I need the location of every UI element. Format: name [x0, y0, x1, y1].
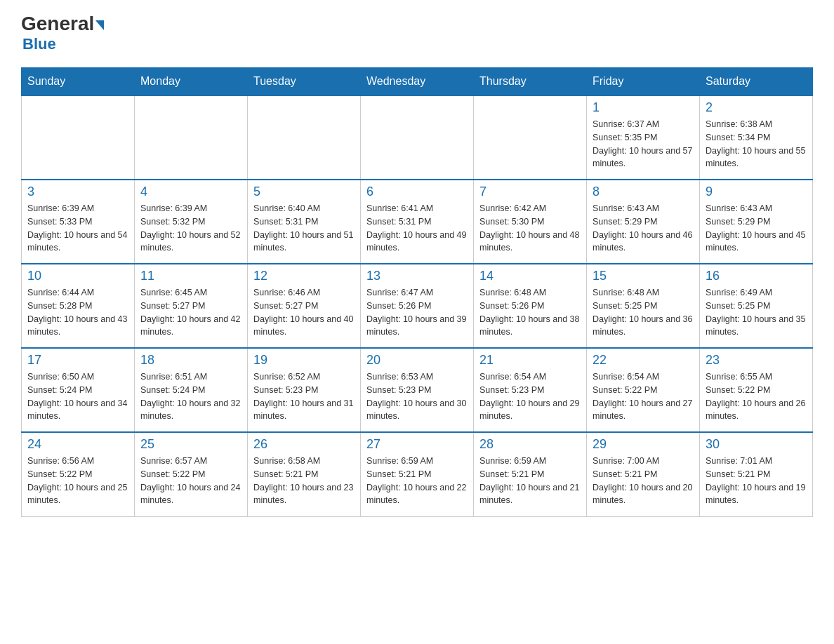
- day-number: 16: [706, 269, 807, 283]
- calendar-cell: 7Sunrise: 6:42 AM Sunset: 5:30 PM Daylig…: [474, 180, 587, 264]
- header: General Blue: [21, 14, 813, 53]
- calendar-cell: [135, 95, 248, 180]
- day-info: Sunrise: 6:54 AM Sunset: 5:23 PM Dayligh…: [479, 370, 581, 423]
- day-number: 17: [27, 353, 128, 368]
- day-number: 24: [27, 437, 128, 452]
- day-info: Sunrise: 6:49 AM Sunset: 5:25 PM Dayligh…: [706, 286, 807, 339]
- calendar-cell: 13Sunrise: 6:47 AM Sunset: 5:26 PM Dayli…: [361, 264, 474, 348]
- day-number: 11: [140, 269, 241, 283]
- day-info: Sunrise: 6:52 AM Sunset: 5:23 PM Dayligh…: [253, 370, 355, 423]
- week-row-4: 17Sunrise: 6:50 AM Sunset: 5:24 PM Dayli…: [22, 348, 813, 432]
- day-info: Sunrise: 6:47 AM Sunset: 5:26 PM Dayligh…: [366, 286, 468, 339]
- day-info: Sunrise: 6:59 AM Sunset: 5:21 PM Dayligh…: [479, 455, 581, 507]
- calendar-cell: 30Sunrise: 7:01 AM Sunset: 5:21 PM Dayli…: [700, 432, 813, 516]
- calendar-cell: [474, 95, 587, 180]
- calendar-cell: 24Sunrise: 6:56 AM Sunset: 5:22 PM Dayli…: [22, 432, 135, 516]
- day-info: Sunrise: 6:42 AM Sunset: 5:30 PM Dayligh…: [479, 202, 581, 255]
- day-number: 4: [140, 185, 241, 199]
- logo: General Blue: [21, 14, 104, 53]
- day-info: Sunrise: 6:43 AM Sunset: 5:29 PM Dayligh…: [706, 202, 807, 255]
- day-number: 8: [593, 185, 694, 199]
- calendar-cell: 8Sunrise: 6:43 AM Sunset: 5:29 PM Daylig…: [587, 180, 700, 264]
- day-number: 30: [706, 437, 807, 452]
- day-number: 27: [366, 437, 468, 452]
- day-info: Sunrise: 6:48 AM Sunset: 5:25 PM Dayligh…: [593, 286, 694, 339]
- calendar-cell: 18Sunrise: 6:51 AM Sunset: 5:24 PM Dayli…: [135, 348, 248, 432]
- day-number: 6: [366, 185, 468, 199]
- calendar-cell: [361, 95, 474, 180]
- day-number: 15: [593, 269, 694, 283]
- day-info: Sunrise: 6:59 AM Sunset: 5:21 PM Dayligh…: [366, 455, 468, 507]
- calendar-cell: 6Sunrise: 6:41 AM Sunset: 5:31 PM Daylig…: [361, 180, 474, 264]
- day-number: 19: [253, 353, 355, 368]
- day-info: Sunrise: 6:55 AM Sunset: 5:22 PM Dayligh…: [706, 370, 807, 423]
- logo-general: General: [21, 14, 104, 34]
- logo-triangle-icon: [95, 20, 104, 30]
- weekday-header-sunday: Sunday: [22, 68, 135, 96]
- calendar-cell: [248, 95, 361, 180]
- day-info: Sunrise: 7:00 AM Sunset: 5:21 PM Dayligh…: [593, 455, 694, 507]
- calendar-cell: 11Sunrise: 6:45 AM Sunset: 5:27 PM Dayli…: [135, 264, 248, 348]
- day-number: 7: [479, 185, 581, 199]
- calendar-cell: 10Sunrise: 6:44 AM Sunset: 5:28 PM Dayli…: [22, 264, 135, 348]
- weekday-header-row: SundayMondayTuesdayWednesdayThursdayFrid…: [22, 68, 813, 96]
- calendar: SundayMondayTuesdayWednesdayThursdayFrid…: [21, 67, 813, 517]
- calendar-cell: 26Sunrise: 6:58 AM Sunset: 5:21 PM Dayli…: [248, 432, 361, 516]
- day-info: Sunrise: 6:57 AM Sunset: 5:22 PM Dayligh…: [140, 455, 241, 507]
- weekday-header-friday: Friday: [587, 68, 700, 96]
- day-number: 10: [27, 269, 128, 283]
- day-number: 21: [479, 353, 581, 368]
- day-number: 29: [593, 437, 694, 452]
- week-row-5: 24Sunrise: 6:56 AM Sunset: 5:22 PM Dayli…: [22, 432, 813, 516]
- calendar-cell: 16Sunrise: 6:49 AM Sunset: 5:25 PM Dayli…: [700, 264, 813, 348]
- calendar-cell: 28Sunrise: 6:59 AM Sunset: 5:21 PM Dayli…: [474, 432, 587, 516]
- day-number: 9: [706, 185, 807, 199]
- day-info: Sunrise: 6:41 AM Sunset: 5:31 PM Dayligh…: [366, 202, 468, 255]
- day-info: Sunrise: 6:48 AM Sunset: 5:26 PM Dayligh…: [479, 286, 581, 339]
- week-row-3: 10Sunrise: 6:44 AM Sunset: 5:28 PM Dayli…: [22, 264, 813, 348]
- calendar-cell: [22, 95, 135, 180]
- calendar-cell: 20Sunrise: 6:53 AM Sunset: 5:23 PM Dayli…: [361, 348, 474, 432]
- week-row-1: 1Sunrise: 6:37 AM Sunset: 5:35 PM Daylig…: [22, 95, 813, 180]
- day-info: Sunrise: 6:53 AM Sunset: 5:23 PM Dayligh…: [366, 370, 468, 423]
- calendar-cell: 21Sunrise: 6:54 AM Sunset: 5:23 PM Dayli…: [474, 348, 587, 432]
- weekday-header-saturday: Saturday: [700, 68, 813, 96]
- day-number: 14: [479, 269, 581, 283]
- day-info: Sunrise: 6:51 AM Sunset: 5:24 PM Dayligh…: [140, 370, 241, 423]
- weekday-header-wednesday: Wednesday: [361, 68, 474, 96]
- day-info: Sunrise: 6:44 AM Sunset: 5:28 PM Dayligh…: [27, 286, 128, 339]
- weekday-header-tuesday: Tuesday: [248, 68, 361, 96]
- calendar-cell: 5Sunrise: 6:40 AM Sunset: 5:31 PM Daylig…: [248, 180, 361, 264]
- day-info: Sunrise: 7:01 AM Sunset: 5:21 PM Dayligh…: [706, 455, 807, 507]
- day-number: 5: [253, 185, 355, 199]
- day-info: Sunrise: 6:54 AM Sunset: 5:22 PM Dayligh…: [593, 370, 694, 423]
- day-info: Sunrise: 6:56 AM Sunset: 5:22 PM Dayligh…: [27, 455, 128, 507]
- day-number: 12: [253, 269, 355, 283]
- day-info: Sunrise: 6:43 AM Sunset: 5:29 PM Dayligh…: [593, 202, 694, 255]
- day-info: Sunrise: 6:58 AM Sunset: 5:21 PM Dayligh…: [253, 455, 355, 507]
- calendar-cell: 27Sunrise: 6:59 AM Sunset: 5:21 PM Dayli…: [361, 432, 474, 516]
- day-info: Sunrise: 6:46 AM Sunset: 5:27 PM Dayligh…: [253, 286, 355, 339]
- day-info: Sunrise: 6:39 AM Sunset: 5:32 PM Dayligh…: [140, 202, 241, 255]
- logo-blue: Blue: [22, 35, 56, 53]
- day-number: 13: [366, 269, 468, 283]
- day-info: Sunrise: 6:50 AM Sunset: 5:24 PM Dayligh…: [27, 370, 128, 423]
- calendar-cell: 3Sunrise: 6:39 AM Sunset: 5:33 PM Daylig…: [22, 180, 135, 264]
- day-number: 23: [706, 353, 807, 368]
- calendar-cell: 15Sunrise: 6:48 AM Sunset: 5:25 PM Dayli…: [587, 264, 700, 348]
- day-info: Sunrise: 6:40 AM Sunset: 5:31 PM Dayligh…: [253, 202, 355, 255]
- day-number: 20: [366, 353, 468, 368]
- day-number: 22: [593, 353, 694, 368]
- weekday-header-thursday: Thursday: [474, 68, 587, 96]
- day-info: Sunrise: 6:37 AM Sunset: 5:35 PM Dayligh…: [593, 118, 694, 170]
- calendar-cell: 22Sunrise: 6:54 AM Sunset: 5:22 PM Dayli…: [587, 348, 700, 432]
- day-number: 25: [140, 437, 241, 452]
- calendar-cell: 9Sunrise: 6:43 AM Sunset: 5:29 PM Daylig…: [700, 180, 813, 264]
- day-info: Sunrise: 6:38 AM Sunset: 5:34 PM Dayligh…: [706, 118, 807, 170]
- day-info: Sunrise: 6:45 AM Sunset: 5:27 PM Dayligh…: [140, 286, 241, 339]
- week-row-2: 3Sunrise: 6:39 AM Sunset: 5:33 PM Daylig…: [22, 180, 813, 264]
- day-number: 28: [479, 437, 581, 452]
- calendar-cell: 17Sunrise: 6:50 AM Sunset: 5:24 PM Dayli…: [22, 348, 135, 432]
- calendar-cell: 19Sunrise: 6:52 AM Sunset: 5:23 PM Dayli…: [248, 348, 361, 432]
- day-number: 2: [706, 100, 807, 115]
